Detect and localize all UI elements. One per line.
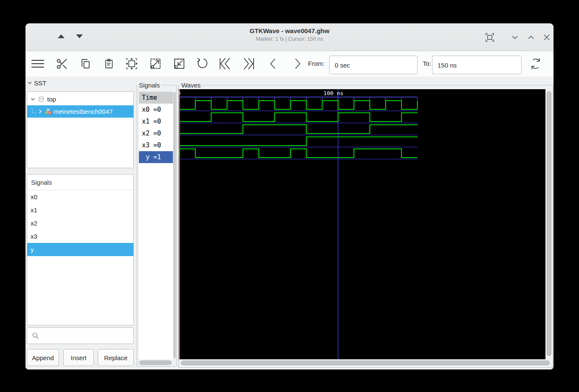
to-label: To: [423, 60, 431, 67]
replace-button[interactable]: Replace [98, 349, 134, 366]
signal-list-item-x2[interactable]: x2 [27, 217, 133, 230]
zoom-out-icon[interactable] [173, 57, 186, 70]
to-input[interactable] [432, 56, 522, 74]
chevron-down-icon [27, 80, 32, 85]
search-icon [32, 332, 39, 339]
module-spheres-icon [44, 108, 52, 115]
signal-list-header: Signals [27, 175, 133, 190]
signal-search-list: Signals x0x1x2x3y [27, 174, 134, 325]
trace-name-row-2[interactable]: x2 =0 [139, 127, 173, 139]
roll-down-icon[interactable] [509, 32, 520, 43]
reload-icon[interactable] [529, 57, 542, 71]
signal-search-field[interactable] [27, 327, 134, 344]
roll-up-icon[interactable] [525, 32, 537, 43]
window-title: GTKWave - wave0047.ghw [25, 27, 554, 34]
copy-icon[interactable] [80, 58, 91, 70]
waves-vscrollbar[interactable] [547, 91, 551, 356]
signal-list-item-x0[interactable]: x0 [27, 190, 133, 203]
step-left-icon[interactable] [266, 57, 280, 71]
waveform-plot: 0100 ns [179, 89, 545, 359]
chevron-down-icon [31, 97, 35, 102]
trace-name-row-0[interactable]: x0 =0 [139, 104, 173, 116]
insert-button[interactable]: Insert [63, 349, 94, 366]
chevron-right-icon [38, 109, 42, 114]
waves-frame-label: Waves [180, 82, 202, 88]
svg-text:0: 0 [179, 90, 181, 96]
zoom-in-icon[interactable] [149, 57, 162, 70]
tree-guide-dots [32, 109, 37, 115]
sst-expander[interactable]: SST [27, 79, 46, 87]
marker-cursor-status: Marker: 1 fs | Cursor: 150 ns [25, 36, 554, 42]
signal-list-item-x1[interactable]: x1 [27, 203, 133, 217]
trace-name-panel: Time x0 =0x1 =0x2 =0x3 =0 y =1 [139, 92, 173, 359]
time-header[interactable]: Time [139, 92, 173, 104]
from-input[interactable] [329, 56, 418, 74]
trace-name-row-1[interactable]: x1 =0 [139, 116, 173, 127]
signal-list-item-x3[interactable]: x3 [27, 230, 133, 243]
sst-label: SST [34, 79, 46, 87]
close-icon[interactable] [541, 32, 552, 43]
cut-icon[interactable] [56, 58, 68, 70]
svg-text:100 ns: 100 ns [323, 90, 343, 96]
tree-item-label: top [47, 96, 56, 103]
gtkwave-window: GTKWave - wave0047.ghw Marker: 1 fs | Cu… [25, 23, 554, 369]
zoom-fit-icon[interactable] [125, 57, 138, 71]
signals-frame-label: Signals [138, 82, 161, 88]
titlebar: GTKWave - wave0047.ghw Marker: 1 fs | Cu… [25, 23, 554, 51]
step-right-icon[interactable] [291, 57, 304, 71]
tree-item-top[interactable]: top [27, 93, 133, 105]
trace-panel-hscrollbar[interactable] [139, 361, 172, 365]
undo-icon[interactable] [196, 57, 209, 70]
sst-tree: top meinetestbench0047 [27, 91, 134, 168]
zoom-toggle-icon[interactable] [484, 32, 495, 43]
screen-background: GTKWave - wave0047.ghw Marker: 1 fs | Cu… [0, 0, 579, 392]
hierarchy-cylinder-icon [38, 96, 45, 103]
waves-hscrollbar[interactable] [181, 361, 550, 365]
to-start-icon[interactable] [218, 56, 232, 71]
signal-list-item-y[interactable]: y [27, 243, 133, 256]
toolbar: From: To: [25, 51, 554, 76]
search-input[interactable] [42, 328, 133, 344]
trace-name-row-3[interactable]: x3 =0 [139, 139, 173, 151]
append-button[interactable]: Append [27, 349, 59, 366]
tree-item-label: meinetestbench0047 [54, 108, 113, 115]
trace-panel-vscrollbar[interactable] [173, 92, 176, 359]
trace-name-row-4[interactable]: y =1 [139, 151, 173, 163]
title-box: GTKWave - wave0047.ghw Marker: 1 fs | Cu… [25, 27, 554, 42]
from-label: From: [308, 60, 325, 67]
paste-icon[interactable] [104, 58, 114, 70]
tree-item-meinetestbench0047[interactable]: meinetestbench0047 [27, 105, 133, 118]
to-end-icon[interactable] [241, 56, 256, 71]
wave-canvas[interactable]: 0100 ns [179, 89, 545, 359]
menu-icon[interactable] [31, 57, 45, 71]
